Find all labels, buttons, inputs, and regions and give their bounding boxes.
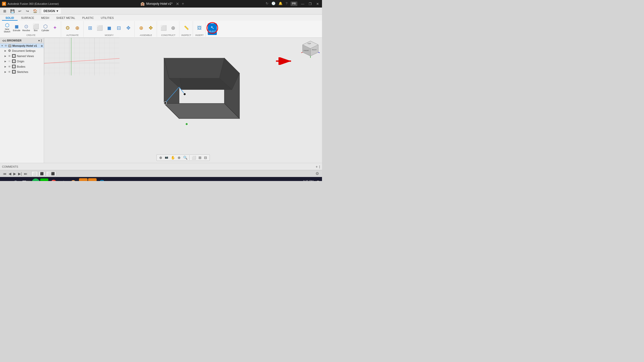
eye-icon-views[interactable]: 👁	[8, 55, 11, 58]
pan-button[interactable]: ✋	[170, 155, 176, 160]
anim-start-button[interactable]: ⏮	[3, 172, 7, 176]
tab-surface[interactable]: SURFACE	[18, 16, 38, 21]
tab-sheet-metal[interactable]: SHEET METAL	[53, 16, 78, 21]
taskbar-chevron-icon[interactable]: ∧	[267, 180, 270, 181]
tab-utilities[interactable]: UTILITIES	[97, 16, 117, 21]
cylinder-button[interactable]: ⬡ Cylinder	[41, 22, 50, 34]
tree-item-docsettings[interactable]: ▶ ⚙ Document Settings	[0, 48, 44, 53]
browser-settings-icon[interactable]: ●	[38, 39, 40, 42]
tree-arrow-views: ▶	[5, 55, 7, 57]
orbit2-button[interactable]: ⊕	[177, 155, 182, 160]
eye-icon-bodies[interactable]: 👁	[8, 65, 11, 68]
browser-app-button[interactable]: 🌐	[97, 178, 107, 181]
insert-image-button[interactable]: 🖼	[195, 22, 204, 34]
home-button[interactable]: 🏠	[32, 8, 38, 14]
tree-item-origin[interactable]: ▶ 👁 🔲 Origin	[0, 59, 44, 64]
expand-left-icon[interactable]: ◁◁	[2, 39, 6, 42]
tree-label-root: Monopoly Hotel v1	[12, 44, 37, 47]
tree-item-bodies[interactable]: ▶ 👁 🔲 Bodies	[0, 64, 44, 69]
new-sketch-button[interactable]: ⬡ NewSketch	[3, 22, 12, 34]
zoom-button[interactable]: 🔍	[182, 155, 188, 160]
shell-button[interactable]: ⊟	[114, 22, 123, 34]
clock-time: 8:35 PM	[303, 180, 313, 181]
motion-button[interactable]: ✥	[146, 22, 155, 34]
target-icon[interactable]: ⊕	[41, 44, 43, 47]
task-view-button[interactable]: ⬜⬛	[22, 178, 31, 181]
anim-prev-button[interactable]: ◀	[9, 172, 11, 176]
undo-button[interactable]: ↩	[17, 8, 23, 14]
tab-solid[interactable]: SOLID	[2, 16, 18, 21]
press-pull-button[interactable]: ⊞	[86, 22, 95, 34]
comments-expand-icon[interactable]: |	[319, 165, 320, 168]
animation-bar: ⏮ ◀ ▶ ▶| ⏭ ⬜ ⬛ ⬜⬛ ⚙	[0, 170, 322, 177]
chamfer-button[interactable]: ◼	[105, 22, 114, 34]
add-comment-icon[interactable]: +	[316, 165, 318, 169]
eye-icon-origin[interactable]: 👁	[8, 60, 11, 63]
revolve-button[interactable]: ⊙ Revolve	[22, 22, 31, 34]
assemble-label: ASSEMBLE	[140, 34, 152, 36]
camera-button[interactable]: 📷	[164, 155, 169, 160]
start-button[interactable]: ⊞	[2, 178, 11, 181]
fusion-orange-button[interactable]: F	[79, 178, 88, 181]
paint-button[interactable]: 🎨	[69, 178, 78, 181]
box-button[interactable]: ⬜ Box	[31, 22, 40, 34]
design-dropdown[interactable]: DESIGN ▼	[42, 8, 61, 14]
notification-taskbar-icon[interactable]: 💬	[315, 180, 320, 181]
titlebar-left: A Autodesk Fusion 360 (Education License…	[2, 2, 59, 6]
tree-item-sketches[interactable]: ▶ 👁 🔲 Sketches	[0, 69, 44, 74]
notification-icon[interactable]: 🔔	[278, 2, 283, 6]
automate-btn[interactable]: ⚙	[63, 22, 72, 34]
browser-expand-icon[interactable]: |	[41, 39, 42, 42]
anim-end-button[interactable]: ⏭	[24, 172, 27, 176]
new-tab-icon[interactable]: +	[182, 2, 184, 6]
select-button[interactable]: ↖ SELECT	[208, 23, 217, 35]
line-button[interactable]: L	[40, 178, 48, 181]
nav-cube[interactable]: TOP RIGHT FRONT	[301, 40, 320, 59]
maximize-button[interactable]: ❐	[308, 2, 312, 6]
tree-item-root[interactable]: ▼ 👁 M Monopoly Hotel v1 ⊕	[0, 43, 44, 48]
close-tab-icon[interactable]: ✕	[176, 2, 179, 6]
redo-button[interactable]: ↪	[24, 8, 31, 14]
toolbar-inspect-group: 📏 INSPECT	[180, 21, 193, 37]
fusion-button[interactable]: F	[88, 178, 97, 181]
eye-icon-sketches[interactable]: 👁	[8, 70, 11, 73]
tree-item-namedviews[interactable]: ▶ 👁 🔲 Named Views	[0, 53, 44, 59]
menu-button[interactable]: ⊞	[2, 8, 8, 14]
browser-header: ◁◁ BROWSER ● |	[0, 38, 44, 43]
axis-button[interactable]: ⊕	[169, 22, 178, 34]
other-app-button[interactable]: 🐟	[107, 178, 117, 181]
save-button[interactable]: 💾	[9, 8, 16, 14]
anim-next-button[interactable]: ▶|	[18, 172, 22, 176]
display-mode-button[interactable]: ⬜	[191, 155, 197, 160]
measure-button[interactable]: 📏	[182, 22, 191, 34]
history-icon[interactable]: 🕐	[271, 2, 275, 6]
tab-plastic[interactable]: PLASTIC	[79, 16, 97, 21]
chrome-button[interactable]: 🔴	[49, 178, 58, 181]
frame-control-3[interactable]: ⬜⬛	[46, 171, 56, 176]
orbit-button[interactable]: ⊕	[158, 155, 163, 160]
viewport[interactable]: TOP RIGHT FRONT ⊕ 📷	[44, 38, 322, 163]
anim-play-button[interactable]: ▶	[13, 172, 16, 176]
account-icon[interactable]: PR	[291, 2, 297, 6]
fillet-button[interactable]: ⬜	[95, 22, 104, 34]
search-button[interactable]: 🔍	[12, 178, 21, 181]
grid-button[interactable]: ⊞	[197, 155, 203, 160]
close-button[interactable]: ✕	[315, 2, 320, 6]
settings-gear-icon[interactable]: ⚙	[315, 171, 319, 176]
refresh-icon[interactable]: ↻	[266, 2, 268, 6]
automate-btn2[interactable]: ⊕	[73, 22, 82, 34]
minimize-button[interactable]: —	[300, 2, 305, 6]
frame-control-1[interactable]: ⬜	[31, 171, 38, 176]
frame-control-2[interactable]: ⬛	[39, 171, 45, 176]
settings-button[interactable]: ⚙	[59, 178, 68, 181]
help-icon[interactable]: ?	[286, 2, 287, 6]
joint-button[interactable]: ⊕	[137, 22, 146, 34]
tab-mesh[interactable]: MESH	[38, 16, 53, 21]
view-options-button[interactable]: ⊟	[203, 155, 208, 160]
extrude-button[interactable]: ◼ Extrude	[12, 22, 21, 34]
plane-button[interactable]: ⬜	[159, 22, 168, 34]
eye-icon-root[interactable]: 👁	[5, 44, 7, 47]
combine-button[interactable]: ✥	[124, 22, 133, 34]
star-button[interactable]: ✦	[50, 22, 59, 34]
spotify-button[interactable]: ♪	[32, 178, 40, 181]
